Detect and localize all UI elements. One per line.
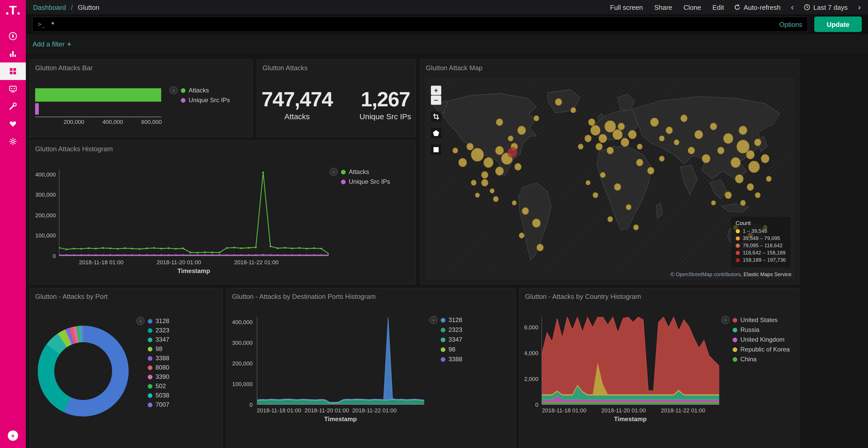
map-point[interactable] bbox=[519, 233, 524, 238]
map-point[interactable] bbox=[607, 147, 614, 154]
map-point[interactable] bbox=[591, 125, 600, 135]
data-point[interactable] bbox=[284, 247, 286, 249]
map-point[interactable] bbox=[600, 172, 605, 177]
map-point[interactable] bbox=[739, 126, 747, 134]
map-point[interactable] bbox=[633, 225, 639, 230]
map-point[interactable] bbox=[467, 143, 473, 150]
map-point[interactable] bbox=[666, 127, 673, 134]
legend-toggle-button[interactable]: › bbox=[721, 316, 730, 324]
attacks-bar-chart[interactable] bbox=[35, 88, 161, 117]
map-point[interactable] bbox=[453, 148, 458, 153]
map-point[interactable] bbox=[605, 120, 616, 132]
map-point[interactable] bbox=[475, 193, 479, 198]
data-point[interactable] bbox=[182, 247, 184, 249]
data-point[interactable] bbox=[153, 254, 155, 255]
map-point[interactable] bbox=[737, 140, 749, 153]
sidebar-item-settings[interactable] bbox=[0, 133, 26, 150]
polygon-tool-button[interactable] bbox=[431, 128, 441, 138]
map-point[interactable] bbox=[571, 107, 576, 113]
map-point[interactable] bbox=[518, 126, 526, 134]
data-point[interactable] bbox=[306, 248, 308, 249]
sidebar-item-monitor[interactable] bbox=[0, 80, 26, 98]
data-point[interactable] bbox=[291, 247, 293, 249]
data-point[interactable] bbox=[80, 248, 82, 250]
map-point[interactable] bbox=[484, 158, 493, 168]
map-point[interactable] bbox=[555, 99, 562, 106]
data-point[interactable] bbox=[313, 254, 315, 255]
legend-item[interactable]: 3388 bbox=[441, 356, 462, 363]
data-point[interactable] bbox=[146, 254, 148, 255]
legend-item[interactable]: 3347 bbox=[441, 336, 462, 343]
map-point[interactable] bbox=[674, 140, 679, 145]
data-point[interactable] bbox=[59, 254, 60, 255]
data-point[interactable] bbox=[182, 254, 184, 255]
map-point[interactable] bbox=[755, 193, 760, 198]
data-point[interactable] bbox=[306, 254, 308, 255]
data-point[interactable] bbox=[226, 247, 227, 249]
map-point[interactable] bbox=[628, 130, 636, 139]
data-point[interactable] bbox=[175, 254, 177, 255]
add-filter-link[interactable]: Add a filter+ bbox=[33, 40, 71, 48]
map-point[interactable] bbox=[637, 144, 642, 149]
map-point[interactable] bbox=[749, 161, 760, 173]
map-point[interactable] bbox=[710, 123, 717, 130]
series-area-Russia[interactable] bbox=[542, 385, 719, 400]
map-point[interactable] bbox=[522, 207, 529, 214]
map-point[interactable] bbox=[761, 154, 769, 163]
map-point[interactable] bbox=[688, 147, 695, 154]
data-point[interactable] bbox=[262, 254, 264, 255]
data-point[interactable] bbox=[110, 247, 111, 249]
data-point[interactable] bbox=[110, 254, 111, 255]
data-point[interactable] bbox=[160, 254, 162, 255]
legend-toggle-button[interactable]: › bbox=[136, 317, 145, 325]
map-point[interactable] bbox=[507, 147, 517, 158]
series-area-3388[interactable] bbox=[257, 399, 424, 402]
series-area-Republic of Korea[interactable] bbox=[542, 362, 719, 395]
data-point[interactable] bbox=[88, 247, 89, 249]
map-point[interactable] bbox=[618, 123, 625, 130]
map-point[interactable] bbox=[608, 216, 613, 222]
breadcrumb-dashboard-link[interactable]: Dashboard bbox=[33, 3, 66, 11]
map-point[interactable] bbox=[723, 133, 733, 143]
map-point[interactable] bbox=[482, 179, 488, 186]
map-point[interactable] bbox=[599, 134, 607, 143]
data-point[interactable] bbox=[80, 254, 82, 255]
data-point[interactable] bbox=[66, 248, 68, 250]
map-point[interactable] bbox=[532, 219, 540, 227]
data-point[interactable] bbox=[248, 247, 250, 249]
data-point[interactable] bbox=[59, 247, 60, 249]
legend-item[interactable]: 98 bbox=[441, 346, 462, 353]
data-point[interactable] bbox=[255, 254, 257, 255]
data-point[interactable] bbox=[168, 247, 169, 249]
map-point[interactable] bbox=[754, 139, 761, 146]
data-point[interactable] bbox=[226, 254, 227, 255]
legend-item[interactable]: 98 bbox=[148, 345, 169, 352]
map-point[interactable] bbox=[482, 171, 488, 178]
data-point[interactable] bbox=[241, 254, 242, 255]
options-link[interactable]: Options bbox=[779, 21, 802, 28]
data-point[interactable] bbox=[73, 248, 75, 249]
topbar-action-edit[interactable]: Edit bbox=[712, 3, 724, 11]
series-area-98[interactable] bbox=[257, 399, 424, 403]
map-point[interactable] bbox=[725, 192, 732, 199]
legend-item[interactable]: Attacks bbox=[341, 168, 390, 175]
data-point[interactable] bbox=[233, 254, 235, 255]
legend-item[interactable]: United Kingdom bbox=[733, 336, 790, 343]
map-point[interactable] bbox=[740, 200, 746, 206]
legend-item[interactable]: Russia bbox=[733, 326, 790, 334]
data-point[interactable] bbox=[262, 171, 264, 173]
legend-item[interactable]: 2323 bbox=[441, 326, 462, 334]
series-area-China[interactable] bbox=[542, 402, 719, 404]
data-point[interactable] bbox=[131, 254, 133, 255]
map-point[interactable] bbox=[495, 167, 503, 175]
map-point[interactable] bbox=[496, 119, 503, 126]
data-point[interactable] bbox=[233, 247, 235, 248]
telekom-logo[interactable]: T bbox=[5, 5, 21, 16]
data-point[interactable] bbox=[124, 254, 126, 255]
osm-attribution-link[interactable]: © OpenStreetMap contributors, bbox=[671, 272, 742, 277]
legend-item[interactable]: Unique Src IPs bbox=[341, 178, 390, 185]
data-point[interactable] bbox=[138, 254, 140, 255]
bar-Attacks[interactable] bbox=[35, 88, 161, 102]
legend-item[interactable]: China bbox=[733, 356, 790, 363]
legend-item[interactable]: 3390 bbox=[148, 373, 169, 380]
